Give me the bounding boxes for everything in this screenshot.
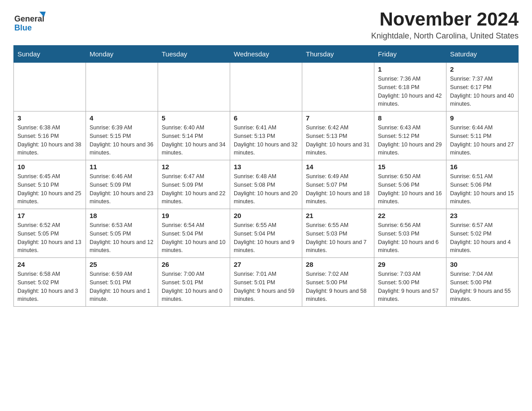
day-number: 8 [378, 114, 442, 122]
calendar-cell: 12Sunrise: 6:47 AM Sunset: 5:09 PM Dayli… [158, 160, 230, 209]
day-number: 12 [162, 163, 226, 171]
logo: General Blue [13, 9, 49, 36]
column-header-wednesday: Wednesday [230, 46, 302, 63]
day-info: Sunrise: 7:01 AM Sunset: 5:01 PM Dayligh… [234, 270, 298, 304]
day-number: 27 [234, 261, 298, 268]
day-info: Sunrise: 6:43 AM Sunset: 5:12 PM Dayligh… [378, 124, 442, 157]
day-info: Sunrise: 6:57 AM Sunset: 5:02 PM Dayligh… [450, 221, 515, 255]
calendar-cell: 19Sunrise: 6:54 AM Sunset: 5:04 PM Dayli… [158, 209, 230, 258]
column-header-thursday: Thursday [302, 46, 374, 63]
day-number: 20 [234, 212, 298, 219]
calendar-cell: 14Sunrise: 6:49 AM Sunset: 5:07 PM Dayli… [302, 160, 374, 209]
calendar-cell: 13Sunrise: 6:48 AM Sunset: 5:08 PM Dayli… [230, 160, 302, 209]
calendar-week-1: 1Sunrise: 7:36 AM Sunset: 6:18 PM Daylig… [14, 63, 519, 111]
calendar-cell: 18Sunrise: 6:53 AM Sunset: 5:05 PM Dayli… [86, 209, 158, 258]
title-block: November 2024 Knightdale, North Carolina… [371, 9, 519, 41]
calendar-cell: 22Sunrise: 6:56 AM Sunset: 5:03 PM Dayli… [374, 209, 446, 258]
day-info: Sunrise: 6:40 AM Sunset: 5:14 PM Dayligh… [162, 124, 226, 157]
column-header-friday: Friday [374, 46, 446, 63]
day-number: 4 [90, 114, 154, 122]
page-header: General Blue November 2024 Knightdale, N… [13, 9, 519, 41]
day-info: Sunrise: 6:58 AM Sunset: 5:02 PM Dayligh… [17, 270, 82, 304]
calendar-cell [302, 63, 374, 111]
day-info: Sunrise: 6:44 AM Sunset: 5:11 PM Dayligh… [450, 124, 515, 157]
day-info: Sunrise: 6:45 AM Sunset: 5:10 PM Dayligh… [17, 172, 82, 206]
day-info: Sunrise: 6:50 AM Sunset: 5:06 PM Dayligh… [378, 172, 442, 206]
day-number: 23 [450, 212, 515, 219]
day-info: Sunrise: 6:51 AM Sunset: 5:06 PM Dayligh… [450, 172, 515, 206]
day-info: Sunrise: 7:04 AM Sunset: 5:00 PM Dayligh… [450, 270, 515, 304]
day-info: Sunrise: 6:54 AM Sunset: 5:04 PM Dayligh… [162, 221, 226, 255]
day-number: 13 [234, 163, 298, 171]
day-number: 22 [378, 212, 442, 219]
calendar-cell: 17Sunrise: 6:52 AM Sunset: 5:05 PM Dayli… [14, 209, 86, 258]
calendar-table: SundayMondayTuesdayWednesdayThursdayFrid… [13, 45, 519, 307]
day-number: 11 [90, 163, 154, 171]
day-info: Sunrise: 6:42 AM Sunset: 5:13 PM Dayligh… [306, 124, 370, 157]
day-number: 5 [162, 114, 226, 122]
day-info: Sunrise: 6:52 AM Sunset: 5:05 PM Dayligh… [17, 221, 82, 255]
day-number: 19 [162, 212, 226, 219]
day-info: Sunrise: 6:47 AM Sunset: 5:09 PM Dayligh… [162, 172, 226, 206]
calendar-cell: 23Sunrise: 6:57 AM Sunset: 5:02 PM Dayli… [446, 209, 519, 258]
day-info: Sunrise: 7:03 AM Sunset: 5:00 PM Dayligh… [378, 270, 442, 304]
calendar-cell [14, 63, 86, 111]
day-info: Sunrise: 6:53 AM Sunset: 5:05 PM Dayligh… [90, 221, 154, 255]
calendar-cell: 15Sunrise: 6:50 AM Sunset: 5:06 PM Dayli… [374, 160, 446, 209]
calendar-cell [230, 63, 302, 111]
calendar-week-3: 10Sunrise: 6:45 AM Sunset: 5:10 PM Dayli… [14, 160, 519, 209]
day-info: Sunrise: 6:39 AM Sunset: 5:15 PM Dayligh… [90, 124, 154, 157]
day-number: 28 [306, 261, 370, 268]
calendar-header-row: SundayMondayTuesdayWednesdayThursdayFrid… [14, 46, 519, 63]
day-info: Sunrise: 7:37 AM Sunset: 6:17 PM Dayligh… [450, 75, 515, 108]
calendar-cell: 3Sunrise: 6:38 AM Sunset: 5:16 PM Daylig… [14, 111, 86, 160]
calendar-cell [158, 63, 230, 111]
calendar-cell: 9Sunrise: 6:44 AM Sunset: 5:11 PM Daylig… [446, 111, 519, 160]
calendar-cell: 27Sunrise: 7:01 AM Sunset: 5:01 PM Dayli… [230, 258, 302, 307]
day-number: 26 [162, 261, 226, 268]
calendar-cell: 11Sunrise: 6:46 AM Sunset: 5:09 PM Dayli… [86, 160, 158, 209]
day-number: 2 [450, 65, 515, 73]
calendar-week-4: 17Sunrise: 6:52 AM Sunset: 5:05 PM Dayli… [14, 209, 519, 258]
calendar-cell: 7Sunrise: 6:42 AM Sunset: 5:13 PM Daylig… [302, 111, 374, 160]
calendar-cell: 16Sunrise: 6:51 AM Sunset: 5:06 PM Dayli… [446, 160, 519, 209]
day-number: 3 [17, 114, 82, 122]
logo-icon: General Blue [13, 9, 49, 36]
day-info: Sunrise: 6:56 AM Sunset: 5:03 PM Dayligh… [378, 221, 442, 255]
day-info: Sunrise: 7:36 AM Sunset: 6:18 PM Dayligh… [378, 75, 442, 108]
day-info: Sunrise: 6:38 AM Sunset: 5:16 PM Dayligh… [17, 124, 82, 157]
day-number: 6 [234, 114, 298, 122]
column-header-saturday: Saturday [446, 46, 519, 63]
day-number: 9 [450, 114, 515, 122]
day-number: 1 [378, 65, 442, 73]
day-info: Sunrise: 6:48 AM Sunset: 5:08 PM Dayligh… [234, 172, 298, 206]
day-number: 18 [90, 212, 154, 219]
day-number: 25 [90, 261, 154, 268]
calendar-cell [86, 63, 158, 111]
day-number: 16 [450, 163, 515, 171]
calendar-cell: 5Sunrise: 6:40 AM Sunset: 5:14 PM Daylig… [158, 111, 230, 160]
svg-text:General: General [14, 14, 44, 23]
calendar-week-5: 24Sunrise: 6:58 AM Sunset: 5:02 PM Dayli… [14, 258, 519, 307]
day-number: 21 [306, 212, 370, 219]
day-number: 15 [378, 163, 442, 171]
calendar-cell: 21Sunrise: 6:55 AM Sunset: 5:03 PM Dayli… [302, 209, 374, 258]
day-number: 7 [306, 114, 370, 122]
day-info: Sunrise: 6:59 AM Sunset: 5:01 PM Dayligh… [90, 270, 154, 304]
calendar-cell: 26Sunrise: 7:00 AM Sunset: 5:01 PM Dayli… [158, 258, 230, 307]
month-year-title: November 2024 [371, 9, 519, 30]
column-header-monday: Monday [86, 46, 158, 63]
calendar-cell: 30Sunrise: 7:04 AM Sunset: 5:00 PM Dayli… [446, 258, 519, 307]
calendar-cell: 8Sunrise: 6:43 AM Sunset: 5:12 PM Daylig… [374, 111, 446, 160]
calendar-cell: 20Sunrise: 6:55 AM Sunset: 5:04 PM Dayli… [230, 209, 302, 258]
calendar-cell: 2Sunrise: 7:37 AM Sunset: 6:17 PM Daylig… [446, 63, 519, 111]
calendar-cell: 28Sunrise: 7:02 AM Sunset: 5:00 PM Dayli… [302, 258, 374, 307]
svg-text:Blue: Blue [14, 23, 32, 32]
calendar-cell: 25Sunrise: 6:59 AM Sunset: 5:01 PM Dayli… [86, 258, 158, 307]
day-number: 14 [306, 163, 370, 171]
day-number: 29 [378, 261, 442, 268]
day-number: 30 [450, 261, 515, 268]
day-number: 10 [17, 163, 82, 171]
calendar-cell: 4Sunrise: 6:39 AM Sunset: 5:15 PM Daylig… [86, 111, 158, 160]
column-header-tuesday: Tuesday [158, 46, 230, 63]
